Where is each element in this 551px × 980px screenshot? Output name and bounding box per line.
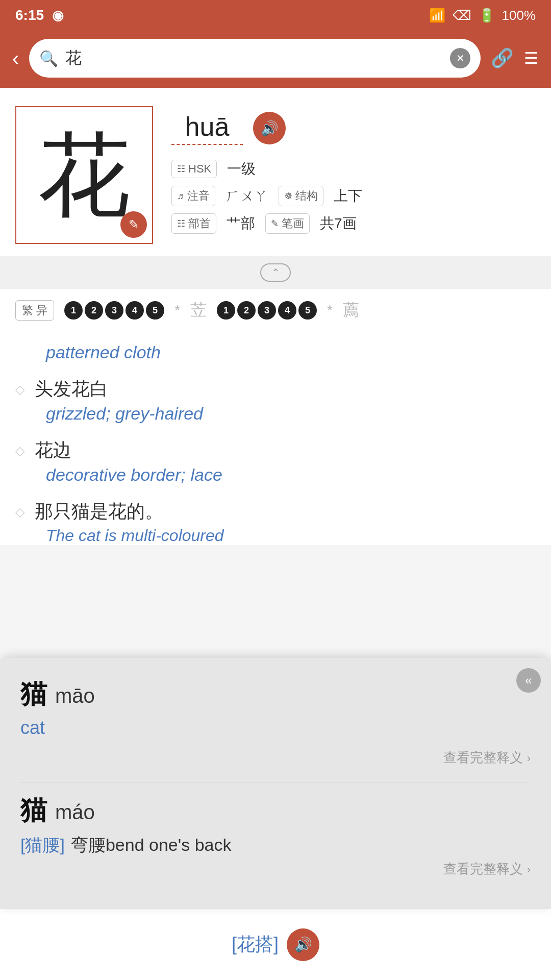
radical-tag[interactable]: ☷ 部首	[171, 213, 216, 234]
entry-0: patterned cloth	[15, 342, 536, 362]
structure-tag[interactable]: ☸ 结构	[279, 186, 323, 206]
num-circle-5[interactable]: 5	[146, 301, 164, 320]
battery-icon: 🔋	[479, 8, 495, 23]
popup-phrase-row: [猫腰] 弯腰bend one's back	[20, 834, 531, 857]
audio-icon: 🔊	[261, 120, 279, 137]
popup-divider	[20, 782, 531, 782]
menu-button[interactable]: ☰	[524, 48, 539, 68]
audio-button[interactable]: 🔊	[253, 112, 286, 144]
back-button[interactable]: ‹	[12, 48, 19, 68]
entry-2-chinese-row: ◇ 花边	[15, 438, 536, 463]
content-area: patterned cloth ◇ 头发花白 grizzled; grey-ha…	[0, 332, 551, 545]
radical-row: ☷ 部首 艹部 ✎ 笔画 共7画	[171, 213, 536, 234]
trad-label[interactable]: 繁 异	[15, 300, 54, 321]
search-box[interactable]: 🔍 花 ✕	[29, 39, 481, 78]
entry-1-english: grizzled; grey-haired	[46, 404, 536, 424]
character-card: 花 ✎ huā 🔊 ☷ HSK 一级 ♬ 注音	[0, 88, 551, 256]
battery-percent: 100%	[502, 8, 536, 23]
link-button[interactable]: 🔗	[491, 47, 514, 69]
popup-close-button[interactable]: «	[516, 668, 541, 693]
pronunciation-row: ♬ 注音 ㄏㄨㄚ ☸ 结构 上下	[171, 186, 536, 206]
num-circle-2[interactable]: 2	[85, 301, 103, 320]
num-circle-7[interactable]: 2	[237, 301, 256, 320]
structure-icon: ☸	[284, 190, 292, 202]
diamond-1: ◇	[15, 382, 24, 397]
num-circle-10[interactable]: 5	[298, 301, 317, 320]
popup-char-row-0: 猫 māo	[20, 676, 531, 712]
vibrate-icon: 📶	[429, 8, 445, 23]
popup-see-more-1[interactable]: 查看完整释义 ›	[20, 860, 531, 878]
popup-entry-1: 猫 máo [猫腰] 弯腰bend one's back 查看完整释义 ›	[20, 793, 531, 878]
character-info: huā 🔊 ☷ HSK 一级 ♬ 注音 ㄏㄨㄚ ☸	[171, 106, 536, 234]
collapse-button[interactable]: ⌃	[260, 263, 291, 282]
num-circle-3[interactable]: 3	[105, 301, 123, 320]
hsk-value: 一级	[227, 159, 256, 179]
popup-char-0: 猫	[20, 676, 47, 712]
edit-button[interactable]: ✎	[120, 211, 147, 238]
pronunciation-icon: ♬	[177, 191, 184, 202]
entry-3-chinese[interactable]: 那只猫是花的。	[35, 499, 163, 524]
popup-english-0: cat	[20, 717, 531, 739]
num-circle-9[interactable]: 4	[278, 301, 296, 320]
wifi-icon: ⌫	[453, 8, 471, 23]
bottom-link[interactable]: [花搭] 🔊	[232, 928, 319, 961]
num-circle-4[interactable]: 4	[126, 301, 144, 320]
num-circle-8[interactable]: 3	[258, 301, 276, 320]
popup-overlay: « 猫 māo cat 查看完整释义 › 猫 máo [猫腰] 弯腰bend o…	[0, 658, 551, 909]
popup-entry-0: 猫 māo cat 查看完整释义 ›	[20, 676, 531, 767]
info-rows: ☷ HSK 一级 ♬ 注音 ㄏㄨㄚ ☸ 结构 上下 ☷	[171, 159, 536, 234]
pinyin-row: huā 🔊	[171, 111, 536, 145]
entry-0-english: patterned cloth	[46, 342, 536, 362]
trad-row: 繁 异 1 2 3 4 5 * 苙 1 2 3 4 5 * 薦	[0, 289, 551, 332]
structure-value: 上下	[334, 186, 362, 206]
character-display: 花	[38, 129, 130, 221]
search-input[interactable]: 花	[65, 47, 443, 69]
entry-3: ◇ 那只猫是花的。 The cat is multi-coloured	[15, 499, 536, 545]
hsk-tag[interactable]: ☷ HSK	[171, 160, 217, 178]
pronunciation-value: ㄏㄨㄚ	[226, 186, 268, 206]
variant1-nums: 1 2 3 4 5	[64, 301, 164, 320]
radical-icon: ☷	[177, 218, 185, 229]
entry-1-chinese[interactable]: 头发花白	[35, 377, 108, 402]
entry-3-chinese-row: ◇ 那只猫是花的。	[15, 499, 536, 524]
entry-1: ◇ 头发花白 grizzled; grey-haired	[15, 377, 536, 424]
strokes-tag[interactable]: ✎ 笔画	[265, 213, 310, 234]
diamond-3: ◇	[15, 505, 24, 519]
num-circle-1[interactable]: 1	[64, 301, 83, 320]
pinyin-text: huā	[171, 111, 243, 145]
clear-button[interactable]: ✕	[450, 48, 470, 68]
strokes-icon: ✎	[271, 218, 279, 229]
popup-phrase-desc: 弯腰bend one's back	[71, 834, 232, 857]
entry-2-chinese[interactable]: 花边	[35, 438, 71, 463]
search-icon: 🔍	[39, 50, 58, 67]
edit-icon: ✎	[129, 217, 139, 232]
header: ‹ 🔍 花 ✕ 🔗 ☰	[0, 31, 551, 88]
entry-2: ◇ 花边 decorative border; lace	[15, 438, 536, 485]
popup-phrase-bracket: [猫腰]	[20, 834, 65, 857]
popup-see-more-0[interactable]: 查看完整释义 ›	[20, 749, 531, 767]
popup-char-row-1: 猫 máo	[20, 793, 531, 828]
hsk-icon: ☷	[177, 163, 185, 175]
bottom-link-text: [花搭]	[232, 932, 279, 957]
popup-pinyin-1: máo	[55, 801, 95, 824]
num-circle-6[interactable]: 1	[217, 301, 235, 320]
hsk-row: ☷ HSK 一级	[171, 159, 536, 179]
trad-star-2: *	[327, 302, 333, 318]
status-bar: 6:15 ◉ 📶 ⌫ 🔋 100%	[0, 0, 551, 31]
bottom-audio-button[interactable]: 🔊	[287, 928, 319, 961]
divider-row: ⌃	[0, 256, 551, 289]
status-app-icon: ◉	[52, 8, 64, 23]
diamond-2: ◇	[15, 444, 24, 458]
entry-2-english: decorative border; lace	[46, 465, 536, 485]
strokes-value: 共7画	[320, 214, 357, 233]
entry-3-english: The cat is multi-coloured	[46, 526, 536, 545]
radical-value: 艹部	[227, 214, 255, 233]
trad-char-2[interactable]: 薦	[343, 299, 359, 322]
popup-pinyin-0: māo	[55, 684, 95, 707]
pronunciation-tag[interactable]: ♬ 注音	[171, 186, 215, 206]
popup-char-1: 猫	[20, 793, 47, 828]
bottom-audio-icon: 🔊	[294, 936, 312, 953]
entry-1-chinese-row: ◇ 头发花白	[15, 377, 536, 402]
bottom-bar: [花搭] 🔊	[0, 909, 551, 980]
trad-char-1[interactable]: 苙	[190, 299, 207, 322]
